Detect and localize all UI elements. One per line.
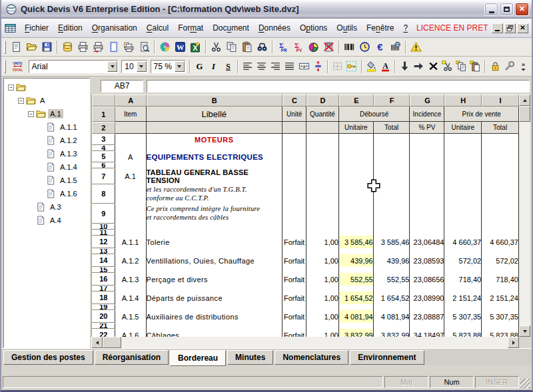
- cell-B10[interactable]: [147, 224, 283, 230]
- column-header-H[interactable]: H: [444, 95, 482, 106]
- cell-G18[interactable]: 23,08990: [410, 292, 444, 304]
- cell-G11[interactable]: [410, 230, 444, 236]
- cell-B18[interactable]: Départs de puissance: [147, 292, 283, 304]
- underline-icon-button[interactable]: S: [221, 59, 235, 74]
- tab-minutes[interactable]: Minutes: [227, 350, 273, 365]
- cell-C18[interactable]: Forfait: [282, 292, 306, 304]
- tab-environnement[interactable]: Environnement: [350, 350, 424, 365]
- cell-E8[interactable]: [339, 184, 374, 204]
- vertical-scroll-track[interactable]: [519, 122, 530, 325]
- font-size-combo-dropdown-arrow[interactable]: [137, 61, 147, 72]
- cell-B21[interactable]: [147, 323, 283, 329]
- cell-I22[interactable]: 5 823,88: [482, 329, 519, 337]
- cell-G21[interactable]: [410, 323, 444, 329]
- cell-I5[interactable]: [482, 151, 519, 162]
- paste-icon-button[interactable]: [239, 39, 255, 55]
- cell-D12[interactable]: 1,00: [306, 236, 339, 248]
- tree-item-A.1.4[interactable]: A.1.4: [5, 160, 89, 174]
- cell-F5[interactable]: [374, 151, 410, 162]
- cell-A9[interactable]: [115, 204, 147, 224]
- cell-G6[interactable]: [410, 162, 444, 168]
- cell-F12[interactable]: 3 585,46: [374, 236, 410, 248]
- cell-A4[interactable]: [115, 145, 147, 151]
- cell-G3[interactable]: [410, 134, 444, 145]
- cell-F15[interactable]: [374, 267, 410, 273]
- cell-F9[interactable]: [374, 204, 410, 224]
- cell-G17[interactable]: [410, 286, 444, 292]
- cell-G20[interactable]: 23,08887: [410, 310, 444, 323]
- cell-C16[interactable]: Forfait: [282, 273, 306, 286]
- vertical-scroll-thumb[interactable]: [519, 106, 530, 122]
- cell-I14[interactable]: 572,02: [482, 254, 519, 267]
- grid-borders-icon-button[interactable]: [330, 59, 344, 74]
- menu-organisation[interactable]: Organisation: [87, 21, 142, 35]
- align-justify-icon-button[interactable]: [282, 59, 296, 74]
- cell-H13[interactable]: [444, 248, 482, 254]
- open-file-icon-button[interactable]: [24, 39, 39, 55]
- cell-H3[interactable]: [444, 134, 482, 145]
- cell-E12[interactable]: 3 585,46: [339, 236, 374, 248]
- menu-fichier[interactable]: Fichier: [20, 21, 53, 35]
- cell-C3[interactable]: [282, 134, 306, 145]
- cell-A20[interactable]: A.1.5: [115, 310, 147, 323]
- cell-H9[interactable]: [444, 204, 482, 224]
- cell-E21[interactable]: [339, 323, 374, 329]
- row-header-13[interactable]: 13: [92, 248, 115, 254]
- cell-H12[interactable]: 4 660,37: [444, 236, 482, 248]
- cell-A18[interactable]: A.1.4: [115, 292, 147, 304]
- warning-icon-button[interactable]: [408, 39, 424, 55]
- cell-A3[interactable]: [115, 134, 147, 145]
- cell-D17[interactable]: [306, 286, 339, 292]
- cell-C21[interactable]: [282, 323, 306, 329]
- resize-grip[interactable]: [520, 379, 530, 389]
- cell-F8[interactable]: [374, 184, 410, 204]
- cell-I16[interactable]: 718,40: [482, 273, 519, 286]
- cell-E15[interactable]: [339, 267, 374, 273]
- cell-I3[interactable]: [482, 134, 519, 145]
- insert-right-icon-button[interactable]: [412, 59, 426, 74]
- cell-A7[interactable]: A.1: [115, 168, 147, 184]
- cell-C7[interactable]: [282, 168, 306, 184]
- cell-I12[interactable]: 4 660,37: [482, 236, 519, 248]
- horizontal-scrollbar[interactable]: [91, 337, 519, 348]
- cell-G19[interactable]: [410, 304, 444, 310]
- row-header-11[interactable]: 11: [92, 230, 115, 236]
- cell-I4[interactable]: [482, 145, 519, 151]
- cell-C10[interactable]: [282, 224, 306, 230]
- cell-I7[interactable]: [482, 168, 519, 184]
- cell-D4[interactable]: [306, 145, 339, 151]
- merge-cells-icon-button[interactable]: +a+: [297, 59, 311, 74]
- cell-I8[interactable]: [482, 184, 519, 204]
- menu-aide[interactable]: ?: [398, 21, 412, 35]
- cell-I10[interactable]: [482, 224, 519, 230]
- cell-D9[interactable]: [306, 204, 339, 224]
- fit-rows-icon-button[interactable]: [311, 59, 325, 74]
- cell-F17[interactable]: [374, 286, 410, 292]
- cell-E11[interactable]: [339, 230, 374, 236]
- scroll-down-button[interactable]: [519, 325, 530, 337]
- cell-C17[interactable]: [282, 286, 306, 292]
- cell-F7[interactable]: [374, 168, 410, 184]
- tree-expander[interactable]: −: [8, 85, 14, 91]
- cell-G12[interactable]: 23,06484: [410, 236, 444, 248]
- cell-I18[interactable]: 2 151,24: [482, 292, 519, 304]
- cell-C8[interactable]: [282, 184, 306, 204]
- row-header-18[interactable]: 18: [92, 292, 115, 304]
- menu-format[interactable]: Format: [173, 21, 208, 35]
- cell-B8[interactable]: et les raccordements d'un T.G.B.T.confor…: [147, 184, 283, 204]
- cell-F22[interactable]: 3 832,99: [374, 329, 410, 337]
- mdi-close-button[interactable]: ✕: [517, 23, 528, 33]
- zoom-combo-dropdown-arrow[interactable]: [175, 61, 185, 72]
- cell-D3[interactable]: [306, 134, 339, 145]
- font-color-icon-button[interactable]: A: [378, 59, 392, 74]
- cell-D14[interactable]: 1,00: [306, 254, 339, 267]
- cell-B17[interactable]: [147, 286, 283, 292]
- cell-D19[interactable]: [306, 304, 339, 310]
- row-header-3[interactable]: 3: [92, 134, 115, 145]
- cell-B15[interactable]: [147, 267, 283, 273]
- row-copy-icon-button[interactable]: [454, 59, 468, 74]
- cell-H14[interactable]: 572,02: [444, 254, 482, 267]
- cell-H22[interactable]: 5 823,88: [444, 329, 482, 337]
- tree-item-A.1.3[interactable]: A.1.3: [5, 147, 89, 160]
- cell-G9[interactable]: [410, 204, 444, 224]
